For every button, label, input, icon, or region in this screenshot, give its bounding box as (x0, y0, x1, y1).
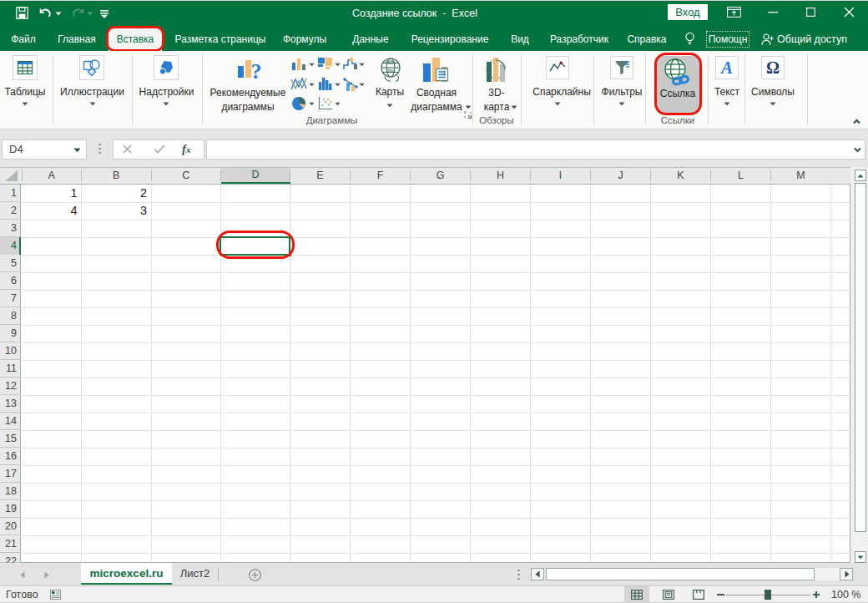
svg-text:?: ? (251, 59, 262, 84)
